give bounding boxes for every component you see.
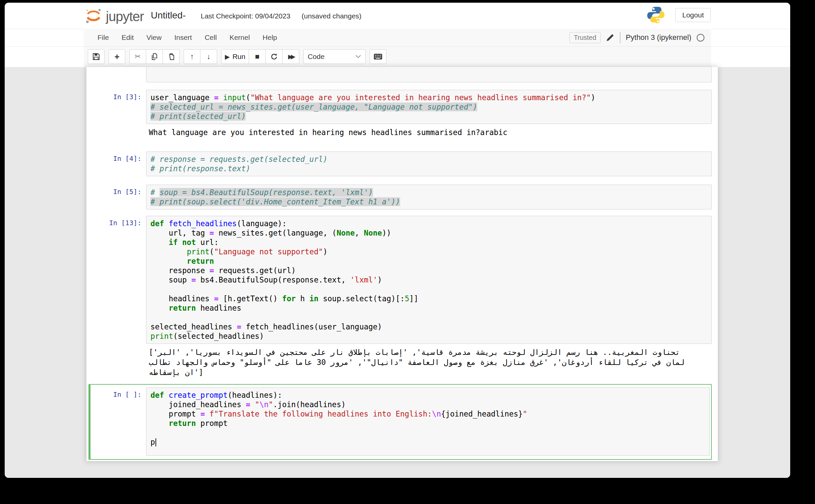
cell-input-prompt: In [4]: <box>92 151 146 163</box>
partial-code-cell[interactable] <box>92 67 712 82</box>
menu-item-insert[interactable]: Insert <box>168 29 198 46</box>
kernel-divider <box>620 32 620 43</box>
code-line: soup = bs4.BeautifulSoup(response.text, … <box>150 275 711 285</box>
cell-input-editor[interactable]: # response = requests.get(selected_url)#… <box>146 151 712 176</box>
code-cell[interactable]: In [4]:# response = requests.get(selecte… <box>92 151 712 176</box>
cell-type-dropdown[interactable]: Code <box>303 49 366 64</box>
code-line: response = requests.get(url) <box>150 266 711 275</box>
notebook-title[interactable]: Untitled- <box>151 10 186 21</box>
code-line: # print(response.text) <box>150 164 711 173</box>
jupyter-logo-icon <box>84 7 103 25</box>
stop-icon: ■ <box>255 52 259 61</box>
last-checkpoint-text: Last Checkpoint: 09/04/2023 <box>201 12 290 20</box>
menu-item-edit[interactable]: Edit <box>115 29 140 46</box>
text-cursor <box>155 438 156 446</box>
menu-item-cell[interactable]: Cell <box>198 29 223 46</box>
screenshot-stage: jupyter Untitled- Last Checkpoint: 09/04… <box>0 0 815 504</box>
code-line: return <box>150 256 711 266</box>
menu-item-view[interactable]: View <box>140 29 168 46</box>
cell-input-editor[interactable]: user_language = input("What language are… <box>146 90 712 124</box>
cell-input-editor[interactable]: def create_prompt(headlines): joined_hea… <box>146 387 710 456</box>
copy-icon <box>151 53 158 60</box>
save-button[interactable] <box>88 49 105 64</box>
code-line: # print(soup.select('div.Home_content_It… <box>150 197 711 206</box>
code-line: def create_prompt(headlines): <box>150 390 709 400</box>
trusted-button[interactable]: Trusted <box>569 32 601 43</box>
code-line: # response = requests.get(selected_url) <box>150 154 711 164</box>
cut-cell-button[interactable]: ✂ <box>129 49 146 64</box>
code-line <box>150 428 709 437</box>
menu-item-kernel[interactable]: Kernel <box>223 29 256 46</box>
code-line: joined_headlines = "\n".join(headlines) <box>150 400 709 409</box>
refresh-icon <box>270 53 278 60</box>
insert-cell-button[interactable]: + <box>109 49 125 64</box>
cell-input-prompt: In [3]: <box>92 90 146 101</box>
keyboard-icon <box>374 53 382 60</box>
move-cell-up-button[interactable]: ↑ <box>184 49 200 64</box>
cell-input-prompt: In [13]: <box>92 216 146 227</box>
kernel-name: Python 3 (ipykernel) <box>626 33 691 42</box>
cell-output-text: What language are you interested in hear… <box>146 127 712 138</box>
kernel-area: Trusted Python 3 (ipykernel) <box>569 29 704 46</box>
play-icon: ▶ <box>225 53 230 61</box>
code-line: def fetch_headlines(language): <box>150 219 711 228</box>
browser-app-window: jupyter Untitled- Last Checkpoint: 09/04… <box>5 3 790 478</box>
cell-output-prompt <box>92 346 146 378</box>
restart-run-all-button[interactable]: ▶▶ <box>283 49 299 64</box>
code-cell[interactable]: In [3]:user_language = input("What langu… <box>92 90 712 138</box>
code-line: user_language = input("What language are… <box>150 93 711 102</box>
paste-icon <box>168 53 175 60</box>
code-line: prompt = f"Translate the following headl… <box>150 409 709 419</box>
menu-items: FileEditViewInsertCellKernelHelp <box>91 29 284 46</box>
logout-button[interactable]: Logout <box>675 8 711 22</box>
arrow-down-icon: ↓ <box>207 52 210 61</box>
code-line: p <box>150 437 709 447</box>
move-cell-down-button[interactable]: ↓ <box>200 49 217 64</box>
cell-input-prompt: In [5]: <box>92 185 146 196</box>
cell-input-editor[interactable]: def fetch_headlines(language): url, tag … <box>146 216 712 344</box>
copy-cell-button[interactable] <box>146 49 163 64</box>
cell-type-value: Code <box>308 53 324 61</box>
unsaved-changes-text: (unsaved changes) <box>302 12 362 20</box>
code-cell[interactable]: In [13]:def fetch_headlines(language): u… <box>92 216 712 378</box>
code-cell[interactable]: In [5]:# soup = bs4.BeautifulSoup(respon… <box>92 185 712 209</box>
code-line: # selected_url = news_sites.get(user_lan… <box>150 102 711 112</box>
cell-output-prompt <box>92 127 146 138</box>
chevron-down-icon <box>355 55 361 59</box>
jupyter-wordmark: jupyter <box>106 9 144 24</box>
code-line: selected_headlines = fetch_headlines(use… <box>150 322 711 331</box>
interrupt-kernel-button[interactable]: ■ <box>249 49 266 64</box>
cell-input-editor[interactable]: # soup = bs4.BeautifulSoup(response.text… <box>146 185 712 209</box>
command-palette-button[interactable] <box>370 49 386 64</box>
code-line: headlines = [h.getText() for h in soup.s… <box>150 294 711 303</box>
arrow-up-icon: ↑ <box>190 52 194 61</box>
run-button[interactable]: ▶Run <box>221 49 249 64</box>
code-line: url, tag = news_sites.get(language, (Non… <box>150 228 711 238</box>
notebook-header: jupyter Untitled- Last Checkpoint: 09/04… <box>5 3 790 29</box>
cell-input-prompt <box>92 67 146 69</box>
run-label: Run <box>233 53 246 61</box>
kernel-idle-indicator-icon <box>697 34 704 42</box>
code-line: print("Language not supported") <box>150 247 711 256</box>
code-line: if not url: <box>150 238 711 247</box>
code-line <box>150 285 711 294</box>
code-line: print(selected_headlines) <box>150 331 711 341</box>
cell-output-arabic-text: ['تحناوت المغربية.. هنا رسم الزلزال لوحت… <box>146 346 712 378</box>
restart-kernel-button[interactable] <box>266 49 283 64</box>
jupyter-logo[interactable]: jupyter <box>84 7 144 25</box>
code-cell[interactable]: In [ ]:def create_prompt(headlines): joi… <box>88 384 712 460</box>
fast-forward-icon: ▶▶ <box>288 53 294 60</box>
menu-bar: FileEditViewInsertCellKernelHelp Trusted… <box>5 29 790 47</box>
save-icon <box>92 53 100 60</box>
menu-item-help[interactable]: Help <box>256 29 284 46</box>
notebook-container: In [3]:user_language = input("What langu… <box>86 67 718 461</box>
paste-cell-button[interactable] <box>163 49 180 64</box>
notebook-body: In [3]:user_language = input("What langu… <box>5 67 790 478</box>
code-line: return prompt <box>150 419 709 428</box>
cell-input-editor[interactable] <box>146 67 712 82</box>
code-line: # soup = bs4.BeautifulSoup(response.text… <box>150 188 711 197</box>
toolbar: + ✂ ↑ ↓ ▶Run ■ ▶▶ Code <box>5 46 790 67</box>
code-line <box>150 313 711 322</box>
code-line: return headlines <box>150 303 711 313</box>
menu-item-file[interactable]: File <box>91 29 115 46</box>
